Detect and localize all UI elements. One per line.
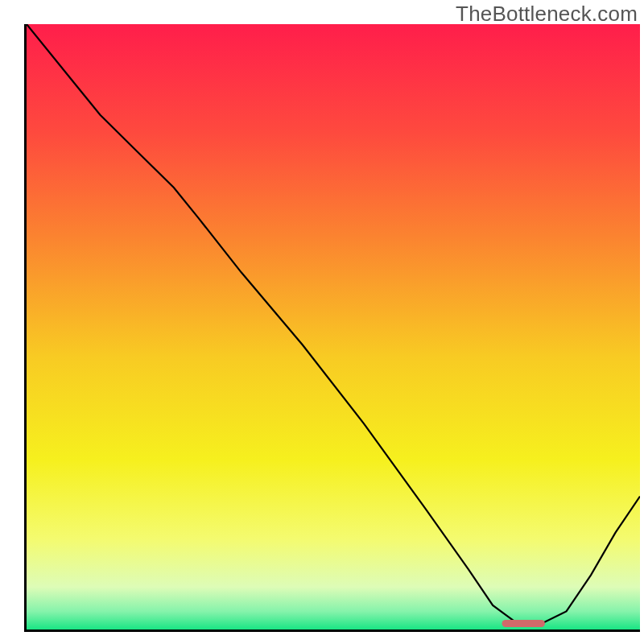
optimal-marker: [502, 620, 545, 627]
plot-area: [24, 24, 640, 632]
watermark-text: TheBottleneck.com: [456, 2, 638, 27]
bottleneck-curve: [27, 24, 640, 623]
curve-layer: [27, 24, 640, 630]
bottleneck-chart: TheBottleneck.com: [0, 0, 644, 644]
